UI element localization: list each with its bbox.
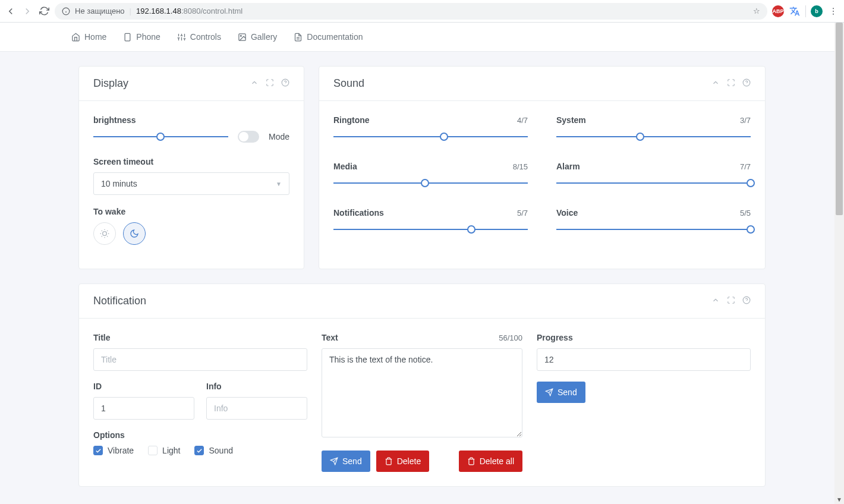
forward-button[interactable] [21, 5, 33, 17]
sound-item-system: System3/7 [556, 115, 751, 157]
title-field-label: Title [93, 333, 307, 342]
text-counter: 56/100 [499, 333, 522, 342]
svg-point-23 [103, 232, 107, 236]
wake-sun-button[interactable] [93, 222, 116, 245]
expand-icon[interactable] [727, 78, 735, 89]
text-field-label: Text [322, 333, 338, 342]
page-scrollbar[interactable]: ▲ ▼ [834, 23, 844, 501]
nav-controls[interactable]: Controls [177, 32, 221, 42]
address-bar[interactable]: Не защищено | 192.168.1.48:8080/control.… [55, 3, 767, 20]
svg-line-27 [107, 236, 108, 237]
screen-timeout-select[interactable]: 10 minuts ▼ [93, 172, 289, 195]
sound-item-alarm: Alarm7/7 [556, 162, 751, 203]
expand-icon[interactable] [266, 78, 274, 89]
help-icon[interactable] [281, 78, 289, 89]
sound-value: 5/7 [517, 209, 528, 218]
profile-avatar[interactable]: b [811, 5, 823, 17]
reload-button[interactable] [38, 5, 50, 17]
progress-input[interactable] [537, 348, 751, 371]
svg-line-31 [107, 231, 108, 231]
url-port: :8080 [181, 7, 201, 15]
info-field-label: Info [206, 382, 307, 391]
vibrate-checkbox[interactable]: Vibrate [93, 446, 134, 455]
extension-translate[interactable] [789, 5, 801, 17]
brightness-slider[interactable] [93, 131, 228, 143]
sound-label: Alarm [556, 162, 580, 171]
sound-slider[interactable] [333, 131, 528, 143]
wake-moon-button[interactable] [123, 222, 146, 245]
nav-controls-label: Controls [190, 32, 221, 42]
screen-timeout-label: Screen timeout [93, 157, 289, 166]
collapse-icon[interactable] [711, 78, 720, 89]
help-icon[interactable] [742, 296, 751, 307]
sound-value: 5/5 [740, 209, 751, 218]
sound-slider[interactable] [556, 131, 751, 143]
notification-card: Notification Title ID [78, 284, 766, 487]
url-path: /control.html [200, 7, 243, 15]
sound-slider[interactable] [333, 223, 528, 235]
back-button[interactable] [5, 5, 17, 17]
sound-label: Voice [556, 208, 578, 218]
svg-point-3 [833, 8, 834, 9]
send-button[interactable]: Send [322, 451, 370, 472]
scroll-thumb[interactable] [836, 23, 843, 215]
mode-toggle[interactable] [238, 131, 259, 143]
nav-gallery[interactable]: Gallery [238, 32, 277, 42]
display-card: Display brightness Mode Screen t [78, 66, 304, 269]
sound-slider[interactable] [556, 177, 751, 189]
delete-button[interactable]: Delete [376, 451, 429, 472]
nav-documentation-label: Documentation [307, 32, 363, 42]
svg-point-5 [833, 13, 834, 14]
sound-card: Sound Ringtone4/7System3/7Media8/15Alarm… [319, 66, 766, 269]
sound-value: 4/7 [517, 116, 528, 125]
svg-line-30 [102, 236, 102, 237]
sound-slider[interactable] [556, 223, 751, 235]
brightness-label: brightness [93, 115, 289, 125]
help-icon[interactable] [742, 78, 751, 89]
mode-label: Mode [269, 132, 289, 141]
security-label: Не защищено [75, 7, 125, 15]
collapse-icon[interactable] [711, 296, 720, 307]
options-label: Options [93, 430, 307, 440]
id-input[interactable] [93, 397, 194, 420]
notification-title: Notification [93, 295, 146, 307]
progress-field-label: Progress [537, 333, 751, 342]
scroll-down-arrow[interactable]: ▼ [834, 494, 844, 501]
collapse-icon[interactable] [250, 78, 259, 89]
sound-value: 7/7 [740, 162, 751, 171]
text-input[interactable] [322, 348, 522, 437]
title-input[interactable] [93, 348, 307, 371]
extension-abp[interactable]: ABP [772, 5, 784, 17]
display-title: Display [93, 77, 128, 90]
sound-value: 3/7 [740, 116, 751, 125]
id-field-label: ID [93, 382, 194, 391]
delete-all-button[interactable]: Delete all [459, 451, 522, 472]
expand-icon[interactable] [727, 296, 735, 307]
sound-item-notifications: Notifications5/7 [333, 208, 528, 250]
url-host: 192.168.1.48 [136, 7, 181, 15]
browser-toolbar: Не защищено | 192.168.1.48:8080/control.… [0, 0, 844, 23]
light-checkbox[interactable]: Light [148, 446, 180, 455]
svg-point-18 [240, 35, 241, 36]
screen-timeout-value: 10 minuts [101, 179, 137, 188]
chevron-down-icon: ▼ [276, 181, 282, 187]
bookmark-icon[interactable]: ☆ [753, 7, 760, 15]
info-input[interactable] [206, 397, 307, 420]
send-progress-button[interactable]: Send [537, 382, 585, 403]
sound-checkbox[interactable]: Sound [194, 446, 232, 455]
sound-value: 8/15 [513, 162, 528, 171]
nav-home-label: Home [84, 32, 106, 42]
sound-item-ringtone: Ringtone4/7 [333, 115, 528, 157]
to-wake-label: To wake [93, 207, 289, 216]
nav-documentation[interactable]: Documentation [294, 32, 363, 42]
sound-label: System [556, 115, 586, 125]
nav-phone-label: Phone [136, 32, 160, 42]
sound-title: Sound [333, 77, 364, 90]
nav-home[interactable]: Home [71, 32, 106, 42]
sound-slider[interactable] [333, 177, 528, 189]
info-icon [62, 7, 70, 15]
nav-phone[interactable]: Phone [123, 32, 160, 42]
browser-menu[interactable] [827, 5, 839, 17]
sound-label: Notifications [333, 208, 384, 218]
nav-gallery-label: Gallery [251, 32, 277, 42]
